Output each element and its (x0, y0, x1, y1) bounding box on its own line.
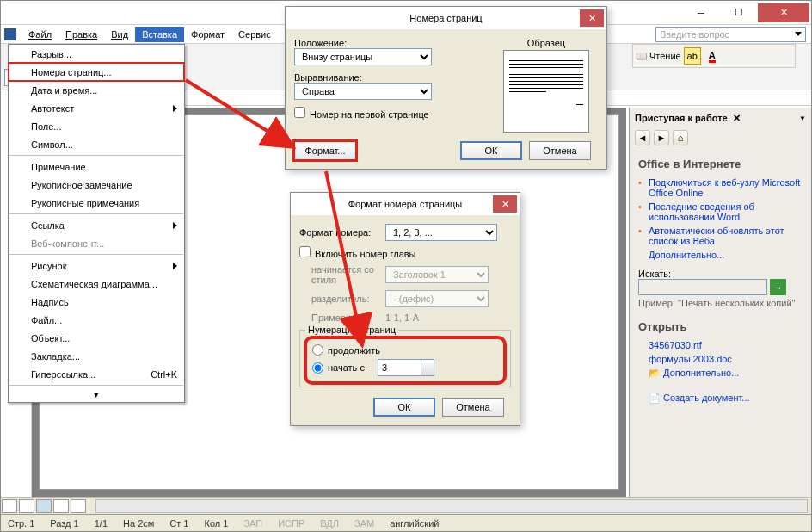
reading-label[interactable]: Чтение (649, 51, 681, 61)
startfrom-label: начать с: (328, 362, 367, 373)
numfmt-label: Формат номера: (299, 227, 385, 238)
sample-label: Образец (495, 38, 598, 48)
menu-file[interactable]: Файл (22, 27, 58, 42)
status-line: Ст 1 (169, 518, 188, 529)
menu-service[interactable]: Сервис (231, 27, 278, 42)
startstyle-label: начинается со стиля (299, 264, 385, 285)
chapter-label: Включить номер главы (315, 249, 416, 259)
number-format-dialog: Формат номера страницы✕ Формат номера:1,… (290, 192, 520, 426)
menu-handnotes[interactable]: Рукописные примечания (9, 194, 184, 212)
menu-field[interactable]: Поле... (9, 117, 184, 135)
menu-symbol[interactable]: Символ... (9, 135, 184, 153)
tp-office-heading: Office в Интернете (638, 158, 803, 170)
menu-datetime[interactable]: Дата и время... (9, 81, 184, 99)
highlight-icon[interactable]: ab (684, 47, 701, 65)
numfmt-select[interactable]: 1, 2, 3, ... (385, 224, 497, 241)
status-ovr: ЗАМ (354, 518, 374, 529)
task-pane: Приступая к работе✕ ◄ ► ⌂ Office в Интер… (629, 108, 811, 497)
alignment-select[interactable]: Справа (294, 83, 432, 100)
menu-note[interactable]: Примечание (9, 158, 184, 176)
insert-menu: Разрыв... Номера страниц... Дата и время… (8, 44, 185, 403)
menu-object[interactable]: Объект... (9, 329, 184, 347)
tp-file-1[interactable]: 34567030.rtf (638, 338, 803, 352)
startfrom-radio[interactable] (312, 362, 323, 374)
menu-page-numbers[interactable]: Номера страниц... (9, 63, 184, 81)
menu-format[interactable]: Формат (184, 27, 231, 42)
status-col: Кол 1 (204, 518, 228, 529)
tp-fwd[interactable]: ► (654, 130, 669, 145)
tp-create-document[interactable]: 📄 Создать документ... (638, 391, 803, 405)
menu-edit[interactable]: Правка (58, 27, 104, 42)
example-value: 1-1, 1-А (385, 312, 419, 323)
menu-diagram[interactable]: Схематическая диаграмма... (9, 275, 184, 293)
window-minimize[interactable]: ─ (682, 3, 720, 22)
menu-insert[interactable]: Вставка (135, 27, 184, 42)
window-maximize[interactable]: ☐ (720, 3, 758, 22)
first-page-label: Номер на первой странице (310, 109, 429, 120)
menu-picture[interactable]: Рисунок (9, 257, 184, 275)
menu-handwritten[interactable]: Рукописное замечание (9, 176, 184, 194)
example-label: Примеры: (299, 312, 385, 323)
tp-open-more[interactable]: 📂 Дополнительно... (638, 366, 803, 380)
font-color-icon[interactable]: A (704, 47, 721, 65)
tp-link-connect[interactable]: Подключиться к веб-узлу Microsoft Office… (638, 176, 803, 200)
format-button[interactable]: Формат... (294, 141, 356, 160)
startfrom-spinner[interactable]: 3 (378, 359, 434, 376)
menu-bookmark[interactable]: Закладка... (9, 347, 184, 365)
dialog1-ok[interactable]: ОК (460, 141, 522, 160)
tp-search-go[interactable]: → (770, 279, 786, 295)
status-at: На 2см (123, 518, 154, 529)
view-reading[interactable] (71, 499, 86, 513)
separator-label: разделитель: (299, 294, 385, 304)
tp-search-label: Искать: (638, 269, 803, 279)
view-outline[interactable] (53, 499, 69, 513)
menu-break[interactable]: Разрыв... (9, 45, 184, 63)
tp-home[interactable]: ⌂ (673, 130, 688, 145)
status-bar: Стр. 1 Разд 1 1/1 На 2см Ст 1 Кол 1 ЗАП … (1, 514, 811, 531)
status-ext: ВДЛ (320, 518, 339, 529)
dialog1-close[interactable]: ✕ (580, 9, 604, 27)
tp-search-example: Пример: "Печать нескольких копий" (638, 298, 803, 308)
preview (503, 50, 589, 133)
menu-view[interactable]: Вид (104, 27, 135, 42)
task-pane-header[interactable]: Приступая к работе✕ (630, 108, 811, 128)
continue-radio[interactable] (312, 344, 323, 356)
position-label: Положение: (294, 38, 495, 48)
tp-link-more[interactable]: Дополнительно... (638, 248, 803, 262)
numeration-group: Нумерация страниц продолжить начать с: 3 (299, 330, 511, 387)
menu-hyperlink[interactable]: Гиперссылка...Ctrl+K (9, 365, 184, 383)
menu-autotext[interactable]: Автотекст (9, 99, 184, 117)
status-section: Разд 1 (50, 518, 78, 529)
menu-caption[interactable]: Надпись (9, 293, 184, 311)
menu-webcomponent[interactable]: Веб-компонент... (9, 234, 184, 252)
dialog2-title: Формат номера страницы✕ (291, 193, 520, 215)
tp-link-news[interactable]: Последние сведения об использовании Word (638, 200, 803, 224)
dialog1-title: Номера страниц✕ (286, 7, 606, 29)
reading-toolbar: 📖Чтение ab A (632, 44, 796, 68)
chapter-checkbox[interactable] (299, 246, 311, 257)
tp-file-2[interactable]: формулы 2003.doc (638, 352, 803, 366)
tp-open-heading: Открыть (638, 320, 803, 333)
dialog1-cancel[interactable]: Отмена (529, 141, 591, 160)
view-print[interactable] (36, 499, 52, 513)
menu-file[interactable]: Файл... (9, 311, 184, 329)
dialog2-ok[interactable]: ОК (373, 398, 435, 417)
horizontal-scrollbar[interactable] (95, 499, 808, 513)
task-pane-close-icon[interactable]: ✕ (733, 113, 741, 124)
alignment-label: Выравнивание: (294, 72, 495, 83)
help-search[interactable]: Введите вопрос (655, 27, 806, 42)
continue-label: продолжить (328, 345, 380, 356)
menu-reference[interactable]: Ссылка (9, 216, 184, 234)
dialog2-cancel[interactable]: Отмена (442, 398, 504, 417)
view-web[interactable] (19, 499, 34, 513)
tp-search-input[interactable] (638, 279, 767, 295)
dialog2-close[interactable]: ✕ (493, 195, 517, 213)
tp-link-autoupdate[interactable]: Автоматически обновлять этот список из В… (638, 224, 803, 248)
status-lang[interactable]: английский (390, 518, 439, 529)
view-normal[interactable] (2, 499, 17, 513)
first-page-checkbox[interactable] (294, 107, 305, 118)
separator-select: - (дефис) (385, 290, 489, 307)
tp-back[interactable]: ◄ (635, 130, 650, 145)
position-select[interactable]: Внизу страницы (294, 48, 432, 65)
window-close[interactable]: ✕ (758, 3, 809, 22)
